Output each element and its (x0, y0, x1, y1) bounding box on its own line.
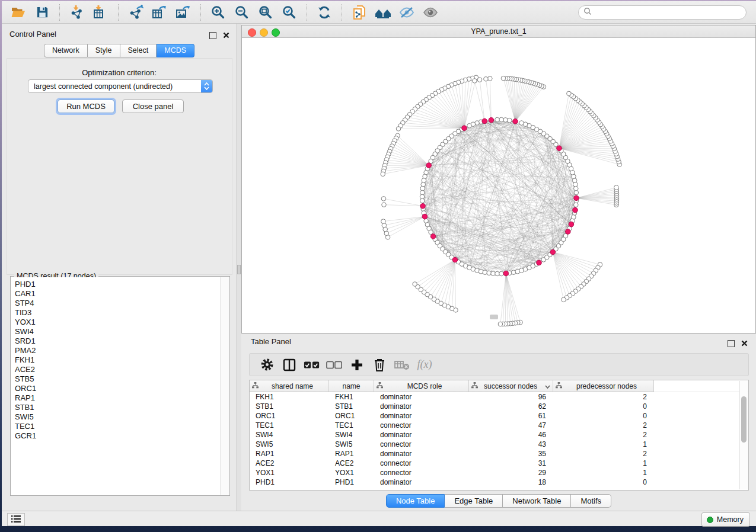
zoom-fit-icon[interactable] (257, 4, 275, 21)
canvas-splitter-handle[interactable] (490, 315, 498, 319)
table-row[interactable]: STB1STB1dominator620 (250, 402, 748, 411)
panel-splitter[interactable] (237, 24, 241, 511)
add-icon[interactable] (349, 357, 365, 373)
mcds-result-item[interactable]: SWI5 (15, 412, 221, 422)
table-row[interactable]: ACE2ACE2connector311 (250, 459, 748, 468)
function-icon[interactable]: f(x) (416, 357, 433, 373)
settings-icon[interactable] (259, 357, 275, 373)
close-panel-icon[interactable] (741, 338, 748, 349)
mcds-result-item[interactable]: STB1 (15, 403, 221, 412)
zoom-in-icon[interactable] (209, 4, 227, 21)
tab-mcds[interactable]: MCDS (157, 44, 194, 57)
save-icon[interactable] (33, 4, 51, 21)
cell-successor-nodes: 31 (469, 459, 553, 468)
float-panel-icon[interactable] (209, 32, 216, 39)
column-header-predecessor-nodes[interactable]: predecessor nodes (553, 380, 654, 392)
network-window-titlebar[interactable]: YPA_prune.txt_1 (242, 25, 755, 38)
delete-icon[interactable] (371, 357, 388, 373)
select-all-icon[interactable] (304, 357, 320, 373)
zoom-out-icon[interactable] (233, 4, 251, 21)
deselect-all-icon[interactable] (326, 357, 343, 373)
search-input[interactable] (592, 7, 746, 18)
columns-icon[interactable] (281, 357, 298, 373)
float-panel-icon[interactable] (728, 340, 735, 347)
mcds-result-list[interactable]: PHD1CAR1STP4TID3YOX1SWI4SRD1PMA2FKH1ACE2… (11, 277, 221, 495)
optimization-criterion-select[interactable]: largest connected component (undirected) (28, 79, 213, 93)
table-row[interactable]: YOX1YOX1connector291 (250, 468, 748, 477)
table-row[interactable]: SWI4SWI4dominator462 (250, 430, 748, 440)
tab-edge-table[interactable]: Edge Table (445, 494, 503, 508)
mcds-result-scrollbar[interactable] (220, 277, 229, 495)
cell-shared-name: PHD1 (250, 477, 329, 487)
run-mcds-button[interactable]: Run MCDS (58, 100, 114, 113)
column-header-mcds-role[interactable]: MCDS role (374, 380, 469, 392)
control-panel-tabs: NetworkStyleSelectMCDS (2, 44, 237, 57)
mcds-result-item[interactable]: RAP1 (15, 393, 221, 403)
mcds-result-item[interactable]: TEC1 (15, 422, 221, 431)
splitter-handle[interactable] (237, 265, 241, 274)
duplicate-network-icon[interactable] (350, 4, 368, 21)
mcds-result-item[interactable]: SRD1 (15, 336, 221, 346)
cell-successor-nodes: 46 (469, 430, 553, 440)
mcds-result-item[interactable]: ORC1 (15, 384, 221, 393)
table-scrollbar[interactable] (739, 381, 748, 489)
table-row[interactable]: ORC1ORC1dominator610 (250, 411, 748, 421)
mcds-result-item[interactable]: CAR1 (15, 289, 221, 299)
close-panel-button[interactable]: Close panel (122, 100, 184, 113)
column-header-shared-name[interactable]: shared name (250, 380, 329, 392)
delete-table-icon[interactable] (394, 357, 410, 373)
table-row[interactable]: TEC1TEC1connector472 (250, 421, 748, 430)
first-neighbors-icon[interactable] (374, 4, 392, 21)
table-row[interactable]: FKH1FKH1dominator962 (250, 392, 748, 402)
tab-network[interactable]: Network (44, 44, 88, 57)
zoom-selected-icon[interactable] (280, 4, 298, 21)
refresh-icon[interactable] (315, 4, 333, 21)
mcds-result-item[interactable]: PMA2 (15, 346, 221, 355)
mcds-result-item[interactable]: YOX1 (15, 318, 221, 327)
mcds-result-item[interactable]: TID3 (15, 308, 221, 318)
mcds-result-item[interactable]: ACE2 (15, 365, 221, 374)
cell-predecessor-nodes: 0 (553, 411, 654, 421)
sort-desc-icon (543, 382, 550, 390)
open-folder-icon[interactable] (9, 4, 27, 21)
export-image-icon[interactable] (174, 4, 192, 21)
tab-node-table[interactable]: Node Table (386, 494, 445, 508)
table-body: FKH1FKH1dominator962STB1STB1dominator620… (250, 392, 748, 487)
mcds-result-item[interactable]: PHD1 (15, 280, 221, 289)
tab-style[interactable]: Style (88, 44, 120, 57)
table-row[interactable]: RAP1RAP1dominator352 (250, 449, 748, 459)
table-panel-tabs: Node TableEdge TableNetwork TableMotifs (241, 494, 756, 508)
tab-select[interactable]: Select (120, 44, 157, 57)
column-label: MCDS role (383, 382, 466, 390)
hide-selected-icon[interactable] (398, 4, 416, 21)
show-panels-button[interactable] (7, 513, 25, 526)
export-network-icon[interactable] (127, 4, 145, 21)
cell-mcds-role: dominator (374, 411, 469, 421)
close-panel-icon[interactable] (223, 30, 229, 41)
memory-button[interactable]: Memory (701, 512, 750, 527)
table-scrollbar-thumb[interactable] (741, 396, 747, 443)
import-table-icon[interactable] (92, 4, 110, 21)
list-icon (11, 514, 21, 525)
import-network-icon[interactable] (68, 4, 86, 21)
cell-predecessor-nodes: 1 (553, 440, 654, 449)
tab-network-table[interactable]: Network Table (503, 494, 571, 508)
table-row[interactable]: SWI5SWI5connector431 (250, 440, 748, 449)
mcds-result-item[interactable]: GCR1 (15, 431, 221, 441)
mcds-result-item[interactable]: FKH1 (15, 355, 221, 365)
cell-successor-nodes: 62 (469, 402, 553, 411)
network-graph[interactable] (242, 38, 755, 333)
tab-motifs[interactable]: Motifs (571, 494, 611, 508)
mcds-result-item[interactable]: SWI4 (15, 327, 221, 336)
toolbar-separator (59, 4, 60, 21)
mcds-result-item[interactable]: STB5 (15, 374, 221, 384)
column-header-successor-nodes[interactable]: successor nodes (469, 380, 553, 392)
cell-mcds-role: dominator (374, 430, 469, 440)
show-all-icon[interactable] (422, 4, 439, 21)
table-row[interactable]: PHD1PHD1dominator180 (250, 477, 748, 487)
column-header-name[interactable]: name (329, 380, 374, 392)
control-panel: Control Panel NetworkStyleSelectMCDS Opt… (2, 24, 237, 511)
mcds-result-item[interactable]: STP4 (15, 299, 221, 308)
cell-name: STB1 (329, 402, 374, 411)
export-table-icon[interactable] (151, 4, 168, 21)
